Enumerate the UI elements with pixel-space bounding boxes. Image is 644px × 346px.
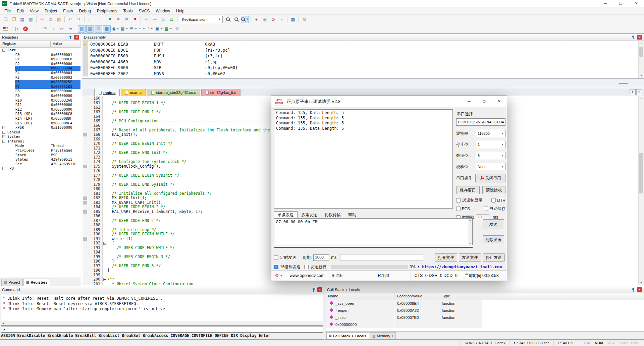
scroll-up-icon[interactable]: ▲ <box>639 41 644 46</box>
expand-icon[interactable]: + <box>2 135 5 138</box>
resize-grip[interactable]: ⸪⸪ <box>502 274 507 278</box>
stop-debug-button[interactable]: ✕ <box>21 25 29 33</box>
menu-edit[interactable]: Edit <box>14 7 27 15</box>
send-tab-active[interactable]: 单条发送 <box>274 211 298 218</box>
code-line-201[interactable]: 201 * @brief System Clock Configuration <box>83 282 638 286</box>
tab-project[interactable]: ▤Project <box>1 279 23 286</box>
menu-help[interactable]: Help <box>173 7 187 15</box>
toolbox-button[interactable]: ▩▼ <box>164 25 172 33</box>
scrollbar-thumb[interactable] <box>639 47 643 57</box>
editor-scrollbar[interactable]: ▲ ▼ <box>638 96 644 285</box>
unindent-button[interactable]: ⇤ <box>143 16 150 23</box>
register-row-banked[interactable]: +Banked <box>1 130 80 135</box>
register-row-fpu[interactable]: +FPU <box>1 166 80 171</box>
close-icon[interactable]: ✕ <box>317 287 322 292</box>
register-row-system[interactable]: +System <box>1 134 80 139</box>
send-button[interactable]: 发送 <box>483 219 504 229</box>
navigate-forward-button[interactable]: → <box>95 16 102 23</box>
send-file-button[interactable]: 发送文件 <box>459 253 481 262</box>
configure-tools-button[interactable]: ⚙ <box>301 16 308 23</box>
close-port-button[interactable]: 关闭串口 <box>475 174 505 182</box>
register-column-label[interactable]: Register <box>0 41 51 48</box>
window-layout-button[interactable]: ▦ <box>289 16 297 23</box>
tab-memory-1[interactable]: ▦Memory 1 <box>370 332 396 339</box>
comment-selection-button[interactable]: ≣ <box>159 16 167 23</box>
stop-send-button[interactable]: 停止发送 <box>483 253 505 262</box>
register-row-r4[interactable]: R40x00000004 <box>1 71 80 75</box>
command-output-hscrollbar[interactable]: ◀ <box>1 321 323 325</box>
clear-send-button[interactable]: 清除发送 <box>483 235 504 244</box>
symbol-window-button[interactable]: S <box>95 25 102 33</box>
callstack-row[interactable]: 0x00000000 <box>325 321 644 328</box>
databits-select[interactable]: 8▼ <box>476 152 505 159</box>
register-row-r13-sp-[interactable]: R13 (SP)0x200008C8 <box>1 112 80 116</box>
send-tab-item[interactable]: 帮助 <box>344 211 360 218</box>
bookmark-clear-all-button[interactable]: ⚑ <box>131 16 139 23</box>
indent-button[interactable]: ⇥ <box>151 16 159 23</box>
register-row-r14-lr-[interactable]: R14 (LR)0x080008DF <box>1 116 80 121</box>
close-icon[interactable]: ✕ <box>637 287 642 292</box>
location-column-label[interactable]: Location/Value <box>394 293 439 300</box>
save-all-button[interactable]: ▥ <box>27 16 35 23</box>
register-row-r15-pc-[interactable]: R15 (PC)0x080008E4 <box>1 121 80 126</box>
open-file-button[interactable]: ❐ <box>10 16 18 23</box>
auto-save-checkbox[interactable] <box>484 207 488 211</box>
breakpoint-enable-disable-button[interactable]: ◉ <box>261 16 269 23</box>
register-row-r5[interactable]: R50x00000002 <box>1 75 80 80</box>
watch-window-button[interactable]: ◉▼ <box>111 25 119 33</box>
register-row-r10[interactable]: R100x080032A8 <box>1 98 80 103</box>
breakpoint-insert-button[interactable]: ● <box>253 16 260 23</box>
scroll-down-icon[interactable]: ▼ <box>639 73 644 78</box>
scrollbar-thumb[interactable] <box>639 153 643 193</box>
bookmark-next-button[interactable]: ⚑ <box>123 16 130 23</box>
send-input-area[interactable]: 87 06 00 00 0b FB <box>274 218 473 245</box>
new-file-button[interactable]: ❏ <box>2 16 9 23</box>
register-row-core[interactable]: −Core <box>1 48 80 53</box>
send-tab-item[interactable]: 多条发送 <box>298 211 321 218</box>
tab-call-stack-locals[interactable]: ⧉Call Stack + Locals <box>326 332 369 339</box>
menu-tools[interactable]: Tools <box>120 7 136 15</box>
pin-icon[interactable] <box>631 287 636 292</box>
debug-settings-button[interactable]: ⚙ <box>173 25 181 33</box>
splitter-handle[interactable] <box>619 83 628 84</box>
registers-window-button[interactable]: ▦ <box>103 25 111 33</box>
register-row-xpsr[interactable]: +xPSR0x21000000 <box>1 125 80 130</box>
shop-link[interactable]: : https://zhengdianyuanzi.tmall.com <box>417 265 502 269</box>
type-column-label[interactable]: Type <box>439 293 482 300</box>
maximize-button[interactable]: ❐ <box>613 0 629 7</box>
rts-checkbox[interactable] <box>456 207 461 211</box>
editor-tab-main-c[interactable]: main.c <box>94 89 120 96</box>
reset-cpu-button[interactable]: RST <box>2 25 9 33</box>
menu-file[interactable]: File <box>1 7 14 15</box>
disassembly-line[interactable]: 0x080008E6 BD0EPOP{r1-r3,pc} <box>83 47 638 53</box>
register-row-r8[interactable]: R80x00000000 <box>1 89 80 94</box>
uncomment-selection-button[interactable]: ≣ <box>168 16 175 23</box>
editor-tab-usart-c[interactable]: usart.c <box>121 89 146 96</box>
register-row-r2[interactable]: R20x00000000 <box>1 62 80 66</box>
scroll-down-icon[interactable]: ▼ <box>639 281 644 285</box>
clear-receive-button[interactable]: 清除接收 <box>482 186 506 194</box>
register-row-r0[interactable]: R00x00000001 <box>1 53 80 57</box>
analysis-window-button[interactable]: ~▼ <box>138 25 146 33</box>
value-column-label[interactable]: Value <box>51 41 81 48</box>
collapse-icon[interactable]: − <box>2 140 5 143</box>
parity-select[interactable]: None▼ <box>476 163 505 170</box>
send-area-scrollbar[interactable]: ▲▼ <box>468 219 472 245</box>
timed-send-checkbox[interactable] <box>274 255 278 260</box>
editor-tab-stm32g4xx-it-c[interactable]: stm32g4xx_it.c <box>201 89 240 96</box>
system-viewer-button[interactable]: ▣▼ <box>155 25 163 33</box>
hex-send-checkbox[interactable] <box>274 265 278 269</box>
register-row-r7[interactable]: R70x08003283 <box>1 84 80 89</box>
navigate-back-button[interactable]: ← <box>86 16 94 23</box>
dtr-checkbox[interactable] <box>491 198 496 203</box>
settings-menu[interactable]: ⚙▼ <box>271 271 286 281</box>
run-to-cursor-button[interactable]: ↦ <box>58 25 66 33</box>
paste-button[interactable]: ▨ <box>55 16 63 23</box>
undo-button[interactable]: ↶ <box>66 16 74 23</box>
register-row-states[interactable]: States4294969511 <box>1 157 80 162</box>
step-into-button[interactable]: ↓ <box>33 25 41 33</box>
breakpoint-disable-all-button[interactable]: ◑ <box>278 16 285 23</box>
key-expansion-combo[interactable]: KeyExpansion▼ <box>180 16 223 23</box>
register-row-r6[interactable]: R60x2000025C <box>1 80 80 84</box>
serial-window-button[interactable]: ☰▼ <box>129 25 138 33</box>
